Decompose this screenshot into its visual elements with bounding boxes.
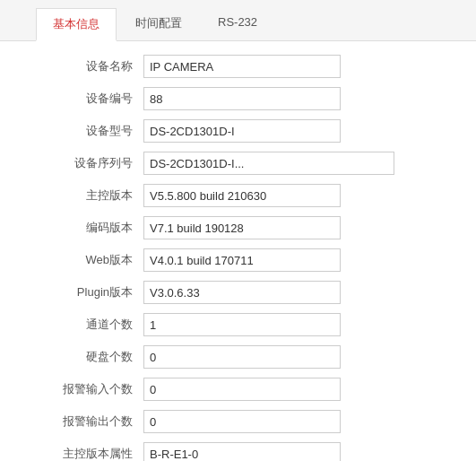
table-row: Web版本 <box>27 244 449 276</box>
table-row: 报警输入个数 <box>27 373 449 405</box>
tab-basic-info[interactable]: 基本信息 <box>36 8 117 41</box>
table-row: 设备编号 <box>27 83 449 115</box>
input-web-version[interactable] <box>143 248 341 272</box>
input-encode-version[interactable] <box>143 216 341 239</box>
table-row: 设备序列号 <box>27 147 449 179</box>
field-label-web-version: Web版本 <box>27 244 143 276</box>
field-value-hdd-count[interactable] <box>143 341 449 373</box>
table-row: 设备型号 <box>27 115 449 147</box>
input-device-name[interactable] <box>143 55 341 78</box>
input-plugin-version[interactable] <box>143 281 341 304</box>
field-label-plugin-version: Plugin版本 <box>27 276 143 309</box>
table-row: 报警输出个数 <box>27 405 449 438</box>
info-table: 设备名称设备编号设备型号设备序列号主控版本编码版本Web版本Plugin版本通道… <box>27 50 449 461</box>
table-row: Plugin版本 <box>27 276 449 309</box>
table-row: 通道个数 <box>27 309 449 341</box>
tab-bar: 基本信息 时间配置 RS-232 <box>0 0 476 41</box>
field-value-channel-count[interactable] <box>143 309 449 341</box>
table-row: 主控版本 <box>27 179 449 212</box>
field-label-device-serial: 设备序列号 <box>27 147 143 179</box>
input-hdd-count[interactable] <box>143 345 341 369</box>
field-label-main-version: 主控版本 <box>27 179 143 212</box>
field-value-encode-version[interactable] <box>143 212 449 244</box>
input-channel-count[interactable] <box>143 313 341 336</box>
content-wrapper: 设备名称设备编号设备型号设备序列号主控版本编码版本Web版本Plugin版本通道… <box>0 41 476 461</box>
tab-time-config[interactable]: 时间配置 <box>118 7 199 40</box>
field-label-alarm-in-count: 报警输入个数 <box>27 373 143 405</box>
field-label-alarm-out-count: 报警输出个数 <box>27 405 143 438</box>
table-row: 硬盘个数 <box>27 341 449 373</box>
field-label-encode-version: 编码版本 <box>27 212 143 244</box>
input-main-version[interactable] <box>143 184 341 207</box>
field-value-device-model[interactable] <box>143 115 449 147</box>
field-value-alarm-out-count[interactable] <box>143 405 449 438</box>
field-label-hdd-count: 硬盘个数 <box>27 341 143 373</box>
table-row: 编码版本 <box>27 212 449 244</box>
input-main-version-attr[interactable] <box>143 442 341 461</box>
main-container: 基本信息 时间配置 RS-232 设备名称设备编号设备型号设备序列号主控版本编码… <box>0 0 476 461</box>
field-value-alarm-in-count[interactable] <box>143 373 449 405</box>
field-value-main-version-attr[interactable] <box>143 438 449 461</box>
input-device-number[interactable] <box>143 87 341 110</box>
field-label-device-number: 设备编号 <box>27 83 143 115</box>
field-value-web-version[interactable] <box>143 244 449 276</box>
input-device-serial[interactable] <box>143 152 394 175</box>
input-device-model[interactable] <box>143 119 341 143</box>
field-label-main-version-attr: 主控版本属性 <box>27 438 143 461</box>
field-label-device-model: 设备型号 <box>27 115 143 147</box>
table-row: 设备名称 <box>27 50 449 83</box>
field-label-channel-count: 通道个数 <box>27 309 143 341</box>
field-value-device-name[interactable] <box>143 50 449 83</box>
form-content: 设备名称设备编号设备型号设备序列号主控版本编码版本Web版本Plugin版本通道… <box>0 41 476 461</box>
input-alarm-out-count[interactable] <box>143 410 341 433</box>
tab-rs232[interactable]: RS-232 <box>201 7 274 40</box>
field-value-plugin-version[interactable] <box>143 276 449 309</box>
table-row: 主控版本属性 <box>27 438 449 461</box>
field-value-device-number[interactable] <box>143 83 449 115</box>
field-value-device-serial[interactable] <box>143 147 449 179</box>
input-alarm-in-count[interactable] <box>143 378 341 401</box>
field-label-device-name: 设备名称 <box>27 50 143 83</box>
field-value-main-version[interactable] <box>143 179 449 212</box>
